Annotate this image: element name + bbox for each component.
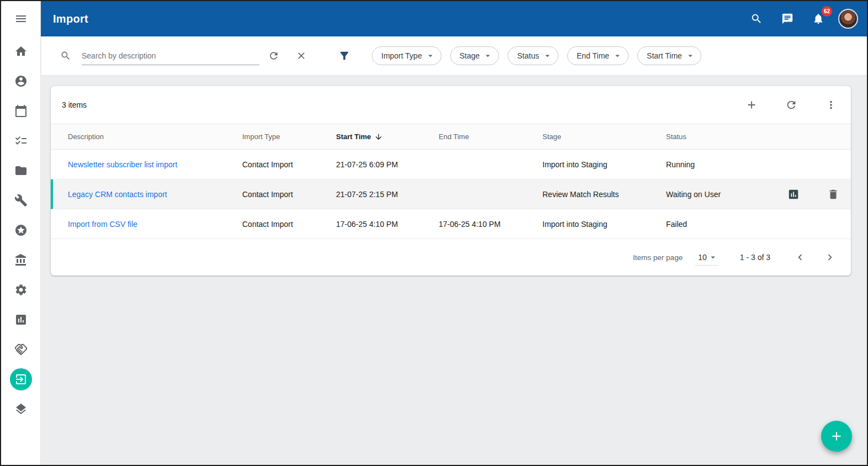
appbar-actions: 62 [745,8,858,30]
notifications-wrapper: 62 [807,8,829,30]
searchbox [55,45,312,67]
cell-end-time: 17-06-25 4:10 PM [439,220,542,229]
column-header-end-time[interactable]: End Time [439,133,542,141]
cell-start-time: 21-07-25 6:09 PM [336,160,439,169]
create-import-fab[interactable] [821,421,852,452]
avatar[interactable] [838,9,858,29]
cell-stage: Import into Staging [542,220,666,229]
stars-icon[interactable] [10,219,32,241]
filter-funnel-icon[interactable] [333,45,355,67]
card-header: 3 items [51,86,851,124]
column-header-start-time[interactable]: Start Time [336,133,439,141]
menu-icon[interactable] [10,8,32,30]
column-header-stage[interactable]: Stage [542,133,666,141]
pagination: Items per page 10 1 - 3 of 3 [51,239,851,276]
filter-chip-import-type[interactable]: Import Type [372,46,441,65]
folder-icon[interactable] [10,160,32,182]
cell-stage: Import into Staging [542,160,666,169]
cell-start-time: 17-06-25 4:10 PM [336,220,439,229]
search-icon[interactable] [745,8,768,30]
column-header-description[interactable]: Description [68,133,242,141]
search-refresh-icon[interactable] [263,45,285,67]
chevron-down-icon [685,51,695,61]
filter-chip-start-time[interactable]: Start Time [637,46,701,65]
chevron-down-icon [708,252,718,262]
items-per-page-label: Items per page [633,253,683,262]
layers-icon[interactable] [10,398,32,420]
filter-chip-end-time[interactable]: End Time [567,46,629,65]
items-per-page-select[interactable]: 10 [695,250,719,266]
table-header-row: Description Import Type Start Time End T… [51,124,851,150]
cell-import-type: Contact Import [242,220,336,229]
items-count: 3 items [62,100,87,109]
build-icon[interactable] [10,189,32,211]
plus-icon [829,429,844,443]
checklist-icon[interactable] [10,130,32,152]
search-input[interactable] [82,51,259,60]
row-description-link[interactable]: Import from CSV file [68,220,242,229]
chip-label: Status [517,51,539,60]
cell-start-time: 21-07-25 2:15 PM [336,190,439,199]
table-row[interactable]: Newsletter subscriber list import Contac… [51,150,851,179]
chip-label: Stage [460,51,480,60]
chip-label: Start Time [647,51,682,60]
column-header-import-type[interactable]: Import Type [242,133,336,141]
appbar: Import 62 [41,1,867,36]
filter-chips: Import Type Stage Status End Time Start … [372,46,701,65]
next-page-icon[interactable] [819,246,841,268]
row-description-link[interactable]: Legacy CRM contacts import [68,190,242,199]
more-vert-icon[interactable] [820,94,842,116]
chip-label: Import Type [381,51,422,60]
page-title: Import [53,13,88,25]
table-row-selected[interactable]: Legacy CRM contacts import Contact Impor… [51,179,851,209]
row-description-link[interactable]: Newsletter subscriber list import [68,160,242,169]
chevron-down-icon [425,51,435,61]
cell-stage: Review Match Results [542,190,666,199]
home-icon[interactable] [10,40,32,62]
page-range-label: 1 - 3 of 3 [740,253,770,262]
reports-icon[interactable] [10,309,32,331]
search-actions [263,45,312,67]
add-icon[interactable] [741,94,763,116]
sort-desc-arrow-icon [374,133,383,141]
handshake-icon[interactable] [10,338,32,361]
row-delete-icon[interactable] [822,183,844,205]
settings-icon[interactable] [10,279,32,301]
filter-chip-status[interactable]: Status [508,46,558,65]
cell-status: Failed [666,220,851,229]
column-header-status[interactable]: Status [666,133,851,141]
previous-page-icon[interactable] [789,246,811,268]
refresh-icon[interactable] [780,94,802,116]
app-window: Import 62 [0,0,868,466]
cell-status: Running [666,160,851,169]
import-list-card: 3 items Description Import Type Start Ti… [51,86,851,276]
filter-chip-stage[interactable]: Stage [450,46,499,65]
row-actions [782,179,844,209]
import-icon[interactable] [10,368,32,390]
cell-import-type: Contact Import [242,160,336,169]
sidebar [1,1,41,465]
card-actions [741,94,842,116]
search-field [82,46,259,65]
chevron-down-icon [613,51,622,61]
account-icon[interactable] [10,70,32,92]
chip-label: End Time [577,51,609,60]
sidebar-nav [10,40,32,420]
chat-icon[interactable] [776,8,798,30]
chevron-down-icon [483,51,493,61]
bank-icon[interactable] [10,249,32,271]
filter-toolbar: Import Type Stage Status End Time Start … [41,36,867,76]
row-report-icon[interactable] [782,183,805,205]
cell-import-type: Contact Import [242,190,336,199]
column-label: Start Time [336,133,371,141]
items-per-page-value: 10 [698,253,707,262]
chevron-down-icon [542,51,552,61]
search-input-icon [55,45,77,67]
notification-badge: 62 [822,6,832,17]
calendar-icon[interactable] [10,100,32,122]
table-row[interactable]: Import from CSV file Contact Import 17-0… [51,209,851,239]
search-clear-icon[interactable] [290,45,312,67]
